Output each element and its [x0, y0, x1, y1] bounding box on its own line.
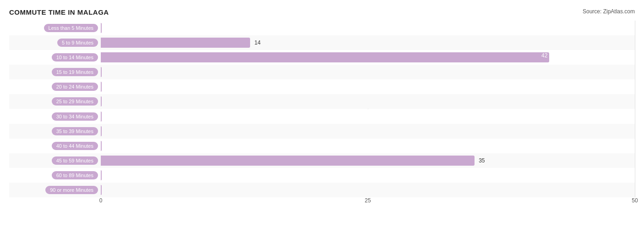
bar-label-pill: 90 or more Minutes	[45, 186, 98, 194]
bar-row: 60 to 89 Minutes	[9, 168, 635, 183]
bar-label: 35 to 39 Minutes	[9, 127, 101, 135]
bar-fill	[101, 82, 102, 92]
bar-track: 14	[101, 35, 635, 50]
bar-label: 15 to 19 Minutes	[9, 68, 101, 76]
bar-label: 30 to 34 Minutes	[9, 112, 101, 121]
bar-track	[101, 94, 635, 109]
bar-label-pill: 45 to 59 Minutes	[52, 156, 98, 165]
bar-row: Less than 5 Minutes	[9, 21, 635, 35]
x-tick: 0	[99, 197, 103, 204]
chart-source: Source: ZipAtlas.com	[583, 8, 635, 15]
bar-label-pill: 5 to 9 Minutes	[57, 39, 98, 47]
bar-label: 5 to 9 Minutes	[9, 39, 101, 47]
bars-area: Less than 5 Minutes5 to 9 Minutes1410 to…	[9, 21, 635, 197]
bar-fill	[101, 141, 102, 151]
bar-label-pill: Less than 5 Minutes	[44, 24, 98, 32]
bar-fill	[101, 156, 475, 166]
x-tick: 50	[632, 197, 638, 204]
bar-track: 42	[101, 50, 635, 65]
bar-label-pill: 20 to 24 Minutes	[52, 83, 98, 91]
bar-label-pill: 25 to 29 Minutes	[52, 97, 98, 106]
bar-fill	[101, 23, 102, 33]
bar-fill	[101, 170, 102, 180]
bar-track	[101, 139, 635, 153]
bar-label: 45 to 59 Minutes	[9, 156, 101, 165]
bar-track	[101, 79, 635, 94]
bar-row: 20 to 24 Minutes	[9, 79, 635, 94]
bar-fill	[101, 112, 102, 122]
x-tick: 25	[365, 197, 371, 204]
bar-fill: 42	[101, 52, 549, 62]
bar-track	[101, 21, 635, 35]
grid-line	[635, 21, 635, 197]
bar-fill	[101, 67, 102, 77]
bar-row: 15 to 19 Minutes	[9, 65, 635, 79]
bar-row: 90 or more Minutes	[9, 183, 635, 197]
x-axis: 02550	[101, 197, 635, 211]
bar-label-pill: 60 to 89 Minutes	[52, 171, 98, 179]
bar-track: 35	[101, 153, 635, 168]
bar-track	[101, 65, 635, 79]
bar-track	[101, 168, 635, 183]
chart-title: COMMUTE TIME IN MALAGA	[9, 8, 109, 16]
bar-row: 35 to 39 Minutes	[9, 124, 635, 139]
bar-value: 42	[541, 52, 547, 59]
bar-fill	[101, 96, 102, 106]
bar-row: 40 to 44 Minutes	[9, 139, 635, 153]
bar-label: Less than 5 Minutes	[9, 24, 101, 32]
bar-row: 45 to 59 Minutes35	[9, 153, 635, 168]
bar-row: 30 to 34 Minutes	[9, 109, 635, 124]
bar-track	[101, 183, 635, 197]
bar-fill	[101, 185, 102, 195]
chart-body: Less than 5 Minutes5 to 9 Minutes1410 to…	[9, 21, 635, 211]
chart-container: COMMUTE TIME IN MALAGA Source: ZipAtlas.…	[0, 0, 644, 240]
bar-row: 10 to 14 Minutes42	[9, 50, 635, 65]
bar-label-pill: 35 to 39 Minutes	[52, 127, 98, 135]
bar-value: 14	[254, 39, 260, 46]
bar-label: 40 to 44 Minutes	[9, 142, 101, 150]
bar-label-pill: 30 to 34 Minutes	[52, 112, 98, 121]
chart-header: COMMUTE TIME IN MALAGA Source: ZipAtlas.…	[9, 8, 635, 16]
bar-value: 35	[479, 157, 485, 164]
bar-label-pill: 15 to 19 Minutes	[52, 68, 98, 76]
bar-fill	[101, 38, 250, 48]
bar-track	[101, 124, 635, 139]
bar-label: 10 to 14 Minutes	[9, 53, 101, 61]
bar-label-pill: 40 to 44 Minutes	[52, 142, 98, 150]
bar-label-pill: 10 to 14 Minutes	[52, 53, 98, 61]
bar-label: 90 or more Minutes	[9, 186, 101, 194]
bar-label: 60 to 89 Minutes	[9, 171, 101, 179]
bar-track	[101, 109, 635, 124]
bar-row: 25 to 29 Minutes	[9, 94, 635, 109]
bar-label: 25 to 29 Minutes	[9, 97, 101, 106]
bar-row: 5 to 9 Minutes14	[9, 35, 635, 50]
bar-label: 20 to 24 Minutes	[9, 83, 101, 91]
bar-fill	[101, 126, 102, 136]
